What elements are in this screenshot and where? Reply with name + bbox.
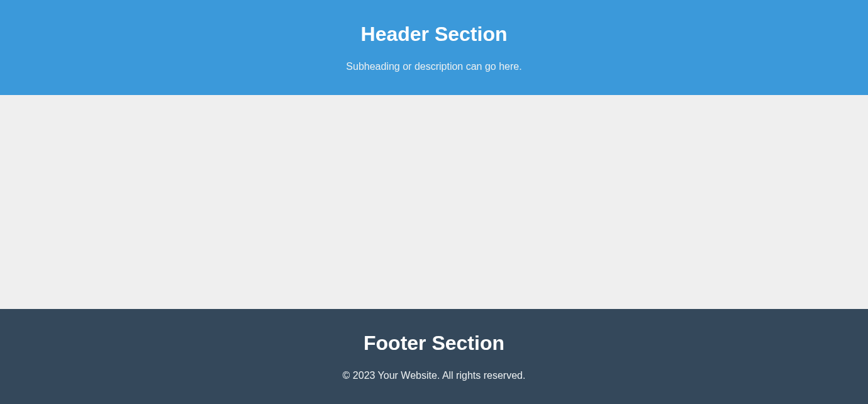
header-section: Header Section Subheading or description… xyxy=(0,0,868,95)
footer-section: Footer Section © 2023 Your Website. All … xyxy=(0,309,868,404)
header-subtitle: Subheading or description can go here. xyxy=(13,61,855,72)
header-title: Header Section xyxy=(13,23,855,46)
main-content xyxy=(0,95,868,309)
footer-title: Footer Section xyxy=(13,332,855,355)
footer-copyright: © 2023 Your Website. All rights reserved… xyxy=(13,370,855,381)
